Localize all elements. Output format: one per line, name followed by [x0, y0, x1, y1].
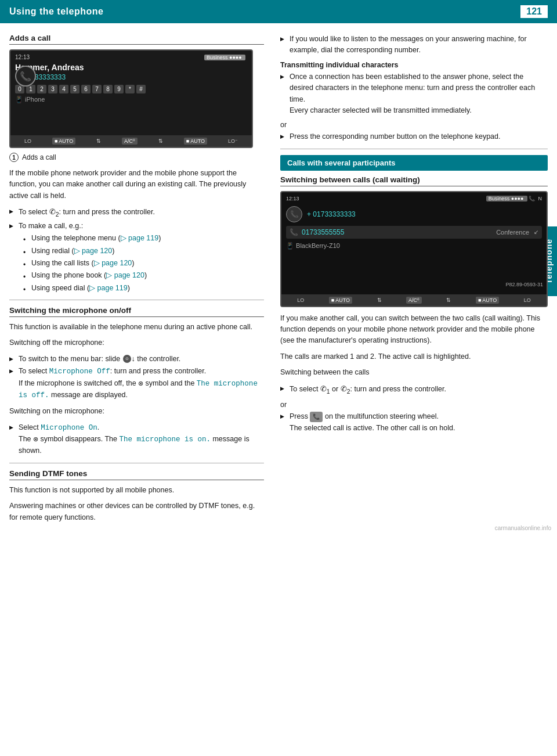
phone-time-1: 12:13 [15, 54, 30, 60]
adds-a-call-section: Adds a call 12:13 Business ●●●● [9, 34, 264, 294]
list-item: To make a call, e.g.: Using the telephon… [9, 221, 264, 294]
sending-dtmf-heading: Sending DTMF tones [9, 469, 264, 480]
left-column: Adds a call 12:13 Business ●●●● [9, 34, 276, 528]
active-call-icon: 📞 [290, 228, 298, 236]
list-item: Press 📞 on the multifunction steering wh… [280, 411, 548, 434]
switching-microphone-heading: Switching the microphone on/off [9, 306, 264, 317]
right-column: If you would like to listen to the messa… [276, 34, 548, 528]
highlight-heading: Calls with several participants [280, 155, 548, 171]
list-item: Using the call lists (▷ page 120) [23, 258, 264, 269]
active-call-number: 01733555555 [302, 228, 344, 236]
phone-time-2: 12:13 [286, 196, 299, 201]
phone-bottom-bar-1: LO ■ AUTO ⇅ A/C⁰ ⇅ ■ AUTO LO⁻ [10, 135, 252, 147]
list-item: Using redial (▷ page 120) [23, 246, 264, 257]
switching-between-bullets: To select ✆1 or ✆2: turn and press the c… [280, 383, 548, 397]
list-item: Using the phone book (▷ page 120) [23, 270, 264, 281]
caption-circle: 1 [9, 153, 19, 162]
dtmf-text1: Answering machines or other devices can … [9, 501, 264, 523]
or-text-2: or [280, 401, 548, 409]
dtmf-note: This function is not supported by all mo… [9, 485, 264, 496]
adds-a-call-bullets: To select ✆2: turn and press the control… [9, 206, 264, 294]
sending-dtmf-section: Sending DTMF tones This function is not … [9, 469, 264, 523]
list-item: To switch to the menu bar: slide ⊙↓ the … [9, 354, 264, 365]
right-top-bullets: If you would like to listen to the messa… [280, 34, 548, 56]
adds-a-call-intro: If the mobile phone network provider and… [9, 168, 264, 201]
header: Using the telephone 121 [0, 0, 557, 23]
caption-adds-a-call: 1 Adds a call [9, 153, 264, 162]
list-item: Once a connection has been established t… [280, 71, 548, 117]
press-steering-bullets: Press 📞 on the multifunction steering wh… [280, 411, 548, 434]
switching-on-bullets: Select Microphone On. The ⊗ symbol disap… [9, 422, 264, 457]
switching-off-heading: Switching off the microphone: [9, 337, 264, 348]
phone-numpad-row: 0 1 2 3 4 5 6 7 8 9 [15, 85, 146, 93]
switching-on-heading: Switching on the microphone: [9, 406, 264, 417]
call-number-1: + 01733333333 [307, 210, 356, 218]
phone-business-1: Business ●●●● [204, 55, 245, 60]
switching-microphone-intro: This function is available in the teleph… [9, 322, 264, 333]
phone-screen-2: 12:13 Business ●●●● 📞 N 📞 + 017333 [280, 191, 548, 307]
header-title: Using the telephone [9, 6, 103, 17]
device-label-2: 📱 BlackBerry-Z10 [286, 242, 542, 250]
list-item: Using the telephone menu (▷ page 119) [23, 233, 264, 244]
switching-between-calls-heading: Switching between calls (call waiting) [280, 175, 548, 186]
switching-microphone-section: Switching the microphone on/off This fun… [9, 306, 264, 457]
list-item: Select Microphone On. The ⊗ symbol disap… [9, 422, 264, 457]
list-item: To select Microphone Off: turn and press… [9, 366, 264, 401]
switching-off-bullets: To switch to the menu bar: slide ⊙↓ the … [9, 354, 264, 402]
press-bullet: Press the corresponding number button on… [280, 131, 548, 142]
timestamp-2: P82.89-0593-31 [505, 282, 543, 287]
transmitting-bullets: Once a connection has been established t… [280, 71, 548, 117]
phone-bottom-bar-2: LO ■ AUTO ⇅ A/C⁰ ⇅ ■ AUTO LO [281, 294, 547, 306]
call-icon-1: 📞 [286, 206, 302, 222]
calls-intro: If you make another call, you can switch… [280, 313, 548, 347]
phone-screen-1: 12:13 Business ●●●● 📞 Hammer, A [9, 49, 253, 148]
active-call-row: 📞 01733555555 Conference ↙ [286, 226, 542, 239]
phone-call-icon: 📞 [15, 66, 36, 87]
header-page-number: 121 [520, 5, 548, 18]
conference-badge: Conference [496, 229, 529, 236]
calls-with-participants-section: Calls with several participants Switchin… [280, 155, 548, 434]
list-item: Using speed dial (▷ page 119) [23, 283, 264, 294]
call-info-row-1: 📞 + 01733333333 [286, 206, 542, 222]
list-item: To select ✆1 or ✆2: turn and press the c… [280, 383, 548, 397]
adds-a-call-heading: Adds a call [9, 34, 264, 45]
list-item: Press the corresponding number button on… [280, 131, 548, 142]
phone-device-1: 📱 iPhone [15, 96, 146, 103]
calls-marked: The calls are marked 1 and 2. The active… [280, 351, 548, 362]
list-item: If you would like to listen to the messa… [280, 34, 548, 56]
footer-watermark: carmanualsonline.info [495, 525, 551, 531]
switching-between-sub: Switching between the calls [280, 367, 548, 378]
list-item: To select ✆2: turn and press the control… [9, 206, 264, 219]
or-text-1: or [280, 121, 548, 129]
transmitting-heading: Transmitting individual characters [280, 61, 548, 69]
main-content: Adds a call 12:13 Business ●●●● [0, 23, 557, 537]
